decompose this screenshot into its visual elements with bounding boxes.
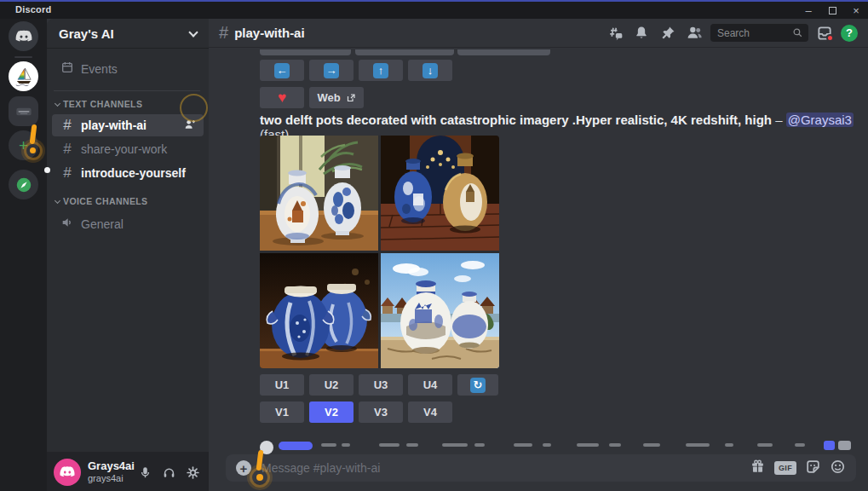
hash-icon: # [59, 165, 76, 182]
hash-icon: # [59, 117, 76, 134]
titlebar: Discord – × [0, 2, 868, 19]
clipped-button[interactable] [260, 49, 351, 55]
maximize-button[interactable] [820, 2, 844, 19]
minimize-button[interactable]: – [796, 2, 820, 19]
hash-icon: # [59, 141, 76, 158]
discord-logo-icon [59, 464, 76, 481]
web-button[interactable]: Web [309, 87, 364, 108]
message-input[interactable] [260, 460, 750, 476]
pin-icon [659, 25, 676, 42]
heart-icon: ♥ [278, 90, 286, 105]
upscale-2-button[interactable]: U2 [309, 374, 354, 396]
arrow-down-icon: ↓ [423, 63, 438, 78]
deafen-button[interactable] [159, 463, 178, 482]
plus-icon: + [240, 462, 248, 475]
username: Grays4ai [88, 460, 135, 473]
clipped-button[interactable] [355, 49, 454, 55]
compass-icon [14, 176, 33, 194]
server-rail: + [0, 19, 47, 491]
microphone-icon [138, 465, 152, 480]
threads-icon [606, 25, 624, 42]
server-button[interactable] [9, 96, 38, 126]
discord-window: Discord – × [0, 0, 868, 491]
generated-image-1[interactable] [260, 136, 378, 251]
arrow-right-icon: → [324, 63, 339, 78]
notification-badge [826, 34, 834, 42]
gear-icon [186, 465, 200, 480]
message-composer: + GIF [226, 454, 856, 482]
variation-4-button[interactable]: V4 [408, 401, 452, 423]
sidebar-divider [54, 90, 200, 91]
sticker-button[interactable] [805, 459, 821, 478]
calendar-icon [59, 61, 76, 78]
speaker-icon [59, 216, 76, 234]
user-identity[interactable]: Grays4ai grays4ai [88, 460, 135, 484]
emoji [824, 441, 835, 450]
arrow-left-icon: ← [274, 63, 290, 78]
emoji [838, 441, 851, 450]
pan-down-button[interactable]: ↓ [408, 60, 452, 81]
upscale-3-button[interactable]: U3 [359, 374, 403, 396]
user-settings-button[interactable] [183, 463, 202, 482]
help-button[interactable]: ? [841, 25, 858, 42]
gift-button[interactable] [750, 459, 766, 478]
clipped-button[interactable] [457, 49, 550, 55]
user-avatar[interactable] [54, 459, 81, 486]
emoji-button[interactable] [830, 459, 846, 478]
attach-button[interactable]: + [236, 460, 251, 476]
reroll-button[interactable]: ↻ [457, 374, 498, 396]
inbox-button[interactable] [814, 23, 835, 43]
arrow-up-icon: ↑ [373, 63, 388, 78]
variation-1-button[interactable]: V1 [260, 401, 304, 423]
user-bar: Grays4ai grays4ai [47, 452, 209, 491]
sidebar-item-introduce-yourself[interactable]: # introduce-yourself [52, 162, 204, 184]
pan-up-button[interactable]: ↑ [359, 60, 403, 81]
upscale-1-button[interactable]: U1 [260, 374, 304, 396]
text-channels-section[interactable]: TEXT CHANNELS [55, 99, 142, 109]
sidebar-item-play-with-ai[interactable]: # play-with-ai [52, 114, 204, 136]
sailboat-icon [13, 66, 35, 88]
sidebar-item-events[interactable]: Events [52, 58, 204, 80]
pan-right-button[interactable]: → [309, 60, 354, 81]
member-list-button[interactable] [684, 23, 704, 43]
user-mention [279, 442, 313, 450]
favorite-button[interactable]: ♥ [260, 87, 304, 108]
sidebar-item-general-voice[interactable]: General [52, 213, 204, 235]
discord-home-button[interactable] [9, 21, 38, 51]
sidebar-item-share-your-work[interactable]: # share-your-work [52, 138, 204, 160]
explore-servers-button[interactable] [9, 170, 38, 199]
plus-icon: + [19, 136, 28, 155]
user-mention[interactable]: @Graysai3 [786, 113, 854, 127]
search-icon [792, 27, 803, 38]
pan-left-button[interactable]: ← [260, 60, 304, 81]
avatar [260, 441, 273, 454]
mute-button[interactable] [135, 463, 154, 482]
pinned-messages-button[interactable] [658, 23, 678, 43]
upscale-4-button[interactable]: U4 [408, 374, 452, 396]
create-invite-icon[interactable] [183, 118, 197, 134]
voice-channels-section[interactable]: VOICE CHANNELS [55, 196, 148, 206]
clipped-message [243, 436, 868, 455]
channel-sidebar: Gray's AI Events TEXT CHANNELS # play-wi… [47, 19, 209, 491]
hash-icon: # [219, 23, 228, 43]
bell-icon [633, 25, 650, 42]
threads-button[interactable] [605, 23, 625, 43]
midjourney-server-button[interactable] [9, 61, 38, 91]
variation-3-button[interactable]: V3 [359, 401, 403, 423]
discord-logo-icon [14, 27, 33, 46]
channel-name: General [81, 217, 124, 231]
search-input[interactable] [716, 26, 792, 40]
unread-indicator [44, 167, 50, 173]
chevron-down-icon [188, 27, 198, 37]
generated-image-4[interactable] [381, 253, 499, 368]
generated-image-2[interactable] [381, 136, 499, 251]
attachment-grid [260, 136, 499, 368]
add-server-button[interactable]: + [9, 130, 38, 160]
headphones-icon [162, 465, 176, 480]
variation-2-button[interactable]: V2 [309, 401, 354, 423]
server-header[interactable]: Gray's AI [47, 19, 209, 49]
generated-image-3[interactable] [260, 253, 378, 368]
close-button[interactable]: × [844, 2, 868, 19]
notifications-button[interactable] [631, 23, 652, 43]
gif-button[interactable]: GIF [774, 461, 796, 475]
